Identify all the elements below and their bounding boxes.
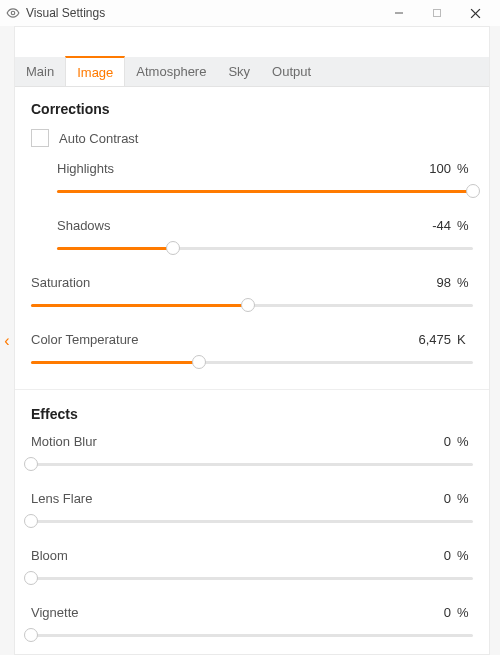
settings-panel: Main Image Atmosphere Sky Output Correct… [14,26,490,655]
bloom-unit: % [457,548,473,563]
colortemp-label: Color Temperature [31,332,138,347]
svg-rect-2 [434,10,441,17]
tab-image[interactable]: Image [65,56,125,86]
app-icon [6,6,20,20]
section-title-corrections: Corrections [31,101,473,117]
highlights-label: Highlights [57,161,114,176]
section-title-effects: Effects [31,406,473,422]
colortemp-row: Color Temperature 6,475 K [31,332,473,371]
vignette-slider[interactable] [31,626,473,644]
chevron-left-icon: ‹ [4,333,9,349]
colortemp-slider[interactable] [31,353,473,371]
tab-main[interactable]: Main [15,57,65,86]
tab-sky[interactable]: Sky [217,57,261,86]
window-title: Visual Settings [26,6,105,20]
bloom-slider[interactable] [31,569,473,587]
tab-content: Corrections Auto Contrast Highlights 100… [15,87,489,655]
vignette-unit: % [457,605,473,620]
bloom-value: 0 [444,548,451,563]
lensflare-value: 0 [444,491,451,506]
saturation-label: Saturation [31,275,90,290]
tab-atmosphere[interactable]: Atmosphere [125,57,217,86]
minimize-button[interactable] [380,0,418,26]
saturation-unit: % [457,275,473,290]
shadows-slider[interactable] [57,239,473,257]
window-controls [380,0,494,26]
vignette-label: Vignette [31,605,78,620]
highlights-unit: % [457,161,473,176]
section-divider [15,389,489,390]
tabbar: Main Image Atmosphere Sky Output [15,57,489,87]
vignette-row: Vignette 0 % [31,605,473,644]
shadows-label: Shadows [57,218,110,233]
motionblur-unit: % [457,434,473,449]
lensflare-row: Lens Flare 0 % [31,491,473,530]
panel-collapse-rail[interactable]: ‹ [0,26,14,655]
bloom-label: Bloom [31,548,68,563]
lensflare-slider[interactable] [31,512,473,530]
maximize-button[interactable] [418,0,456,26]
motionblur-slider[interactable] [31,455,473,473]
highlights-slider[interactable] [57,182,473,200]
titlebar: Visual Settings [0,0,500,26]
shadows-value: -44 [432,218,451,233]
motionblur-label: Motion Blur [31,434,97,449]
svg-point-0 [11,11,15,15]
auto-contrast-label: Auto Contrast [59,131,139,146]
colortemp-value: 6,475 [418,332,451,347]
close-button[interactable] [456,0,494,26]
saturation-row: Saturation 98 % [31,275,473,314]
shadows-row: Shadows -44 % [31,218,473,257]
tab-output[interactable]: Output [261,57,322,86]
shadows-unit: % [457,218,473,233]
colortemp-unit: K [457,332,473,347]
motionblur-row: Motion Blur 0 % [31,434,473,473]
saturation-slider[interactable] [31,296,473,314]
auto-contrast-checkbox[interactable] [31,129,49,147]
motionblur-value: 0 [444,434,451,449]
panel-header-spacer [15,27,489,57]
highlights-value: 100 [429,161,451,176]
saturation-value: 98 [437,275,451,290]
bloom-row: Bloom 0 % [31,548,473,587]
vignette-value: 0 [444,605,451,620]
lensflare-unit: % [457,491,473,506]
highlights-row: Highlights 100 % [31,161,473,200]
auto-contrast-row: Auto Contrast [31,129,473,147]
lensflare-label: Lens Flare [31,491,92,506]
